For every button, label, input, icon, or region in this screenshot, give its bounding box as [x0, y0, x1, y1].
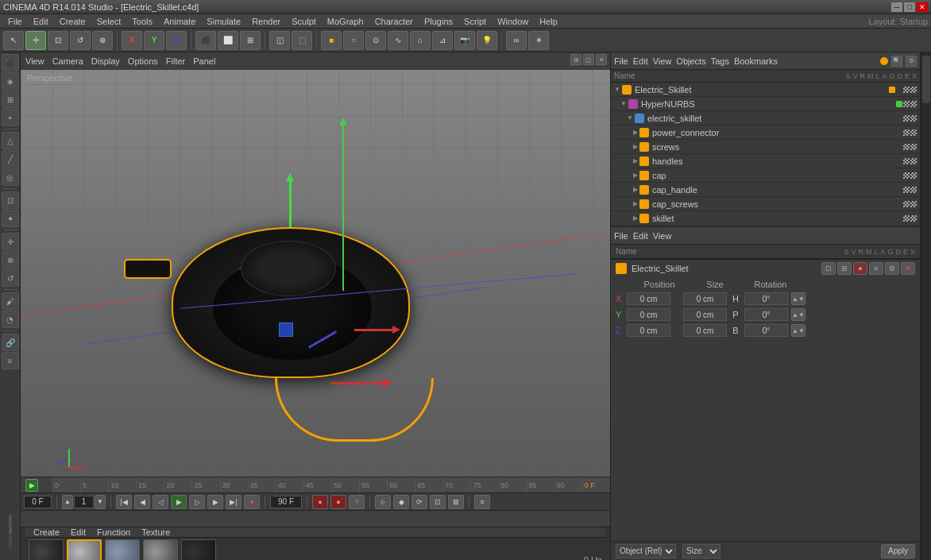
viewport-icon-1[interactable]: ⊞ — [570, 54, 581, 65]
tool-frame[interactable]: ⬜ — [218, 31, 238, 50]
close-button[interactable]: ✕ — [917, 2, 928, 12]
obj-menu-objects[interactable]: Objects — [676, 56, 705, 66]
tool-cube[interactable]: ■ — [321, 31, 342, 50]
tool-deformer[interactable]: ⊿ — [432, 31, 453, 50]
timeline-btn[interactable]: ≡ — [474, 495, 490, 509]
step-down[interactable]: ▼ — [95, 495, 106, 509]
mat-menu-function[interactable]: Function — [92, 527, 135, 537]
size-y-input[interactable] — [683, 308, 727, 321]
scroll-handle[interactable] — [922, 56, 930, 103]
attr-menu-file[interactable]: File — [614, 231, 628, 241]
obj-menu-file[interactable]: File — [614, 56, 628, 66]
pos-y-input[interactable] — [627, 308, 670, 321]
sel-action-2[interactable]: ⊞ — [837, 262, 852, 275]
lt-snapping[interactable]: 🔗 — [2, 334, 19, 351]
coord-system-select[interactable]: Object (Rel) World Local — [616, 544, 676, 558]
sel-action-3[interactable]: ≡ — [869, 262, 883, 275]
menu-select[interactable]: Select — [92, 14, 126, 29]
tool-v1[interactable]: ◫ — [269, 31, 290, 50]
menu-tools[interactable]: Tools — [127, 14, 157, 29]
material-plastic-black[interactable]: plastic_bla — [29, 539, 64, 560]
pos-z-input[interactable] — [627, 324, 670, 337]
vp-menu-options[interactable]: Options — [128, 56, 158, 66]
size-mode-select[interactable]: Size Scale — [682, 544, 720, 558]
lt-model-mode[interactable]: ⬛ — [2, 54, 19, 71]
tool-light[interactable]: 💡 — [477, 31, 497, 50]
obj-electric-skillet-child[interactable]: ▼ electric_skillet — [611, 111, 920, 126]
vp-menu-filter[interactable]: Filter — [166, 56, 185, 66]
lt-vertex-mode[interactable]: • — [2, 109, 19, 126]
tool-region[interactable]: ⊞ — [240, 31, 261, 50]
tool-v2[interactable]: ⬚ — [292, 31, 312, 50]
material-glass[interactable]: glass — [105, 539, 140, 560]
timeline-track[interactable] — [21, 511, 610, 527]
motion-btn-2[interactable]: ● — [330, 495, 346, 509]
next-key-btn[interactable]: ▷ — [189, 495, 205, 509]
rot-b-input[interactable] — [744, 324, 788, 337]
obj-skillet[interactable]: ▶ skillet — [611, 211, 920, 226]
lt-move[interactable]: ✛ — [2, 233, 19, 250]
menu-edit[interactable]: Edit — [29, 14, 53, 29]
material-plastic-blade[interactable]: plastic_bla — [181, 539, 216, 560]
obj-search-icon[interactable]: 🔍 — [891, 56, 902, 67]
menu-mograph[interactable]: MoGraph — [323, 14, 369, 29]
loop-btn[interactable]: ⟳ — [411, 495, 427, 509]
timeline-ruler[interactable]: ▶ 0 5 10 15 20 25 30 35 40 45 50 55 60 6… — [21, 477, 610, 493]
tool-nurbs[interactable]: ⌂ — [410, 31, 431, 50]
vp-menu-display[interactable]: Display — [91, 56, 120, 66]
menu-file[interactable]: File — [3, 14, 27, 29]
rot-p-input[interactable] — [744, 308, 788, 321]
size-x-input[interactable] — [683, 292, 727, 305]
tool-cylinder[interactable]: ⊙ — [365, 31, 386, 50]
axis-z-btn[interactable]: Z — [166, 31, 187, 50]
obj-power-connector[interactable]: ▶ power_connector — [611, 126, 920, 140]
step-input[interactable]: ▲ — [62, 495, 73, 509]
obj-cap[interactable]: ▶ cap — [611, 168, 920, 183]
viewport-3d[interactable]: View Camera Display Options Filter Panel… — [21, 52, 610, 477]
lt-texture-mode[interactable]: ⊞ — [2, 91, 19, 108]
obj-arrow-skillet[interactable]: ▼ — [614, 86, 620, 93]
apply-button[interactable]: Apply — [881, 544, 915, 558]
menu-script[interactable]: Script — [459, 14, 491, 29]
tool-lamp[interactable]: ☀ — [528, 31, 549, 50]
prev-key-btn[interactable]: ◁ — [153, 495, 168, 509]
motion-btn-1[interactable]: ● — [312, 495, 328, 509]
attr-menu-edit[interactable]: Edit — [633, 231, 648, 241]
lt-polygon-mode[interactable]: △ — [2, 132, 19, 149]
obj-screws[interactable]: ▶ screws — [611, 140, 920, 154]
end-frame-input[interactable] — [270, 496, 302, 508]
obj-cap-screws[interactable]: ▶ cap_screws — [611, 197, 920, 211]
axis-y-btn[interactable]: Y — [144, 31, 164, 50]
tool-move[interactable]: ✛ — [25, 31, 46, 50]
sel-action-x[interactable]: ✕ — [901, 262, 915, 275]
vp-menu-view[interactable]: View — [25, 56, 44, 66]
path-btn[interactable]: ⊡ — [430, 495, 446, 509]
obj-power-cable[interactable]: ▶ power_cable — [611, 226, 920, 226]
menu-simulate[interactable]: Simulate — [202, 14, 245, 29]
tool-sphere[interactable]: ○ — [343, 31, 364, 50]
sel-action-4[interactable]: ⚙ — [885, 262, 899, 275]
mat-menu-create[interactable]: Create — [29, 527, 64, 537]
size-z-input[interactable] — [683, 324, 727, 337]
goto-end-btn[interactable]: ▶| — [226, 495, 241, 509]
obj-hypernurbs[interactable]: ▼ HyperNURBS — [611, 97, 920, 111]
snap-btn[interactable]: ⊹ — [375, 495, 391, 509]
obj-menu-tags[interactable]: Tags — [711, 56, 729, 66]
menu-animate[interactable]: Animate — [159, 14, 200, 29]
lt-sculpt[interactable]: ◔ — [2, 311, 19, 328]
sel-action-1[interactable]: ⊡ — [821, 262, 836, 275]
next-frame-btn[interactable]: ▶ — [207, 495, 223, 509]
key-btn[interactable]: ◆ — [393, 495, 409, 509]
viewport-icon-3[interactable]: ✕ — [596, 54, 607, 65]
mat-menu-edit[interactable]: Edit — [66, 527, 91, 537]
attr-x-arrow[interactable]: ▲▼ — [791, 292, 805, 305]
mat-menu-texture[interactable]: Texture — [137, 527, 175, 537]
record-btn[interactable]: ● — [244, 495, 260, 509]
prev-frame-btn[interactable]: ◀ — [134, 495, 150, 509]
lt-uv-mode[interactable]: ⊡ — [2, 191, 19, 209]
obj-arrow-pc[interactable]: ▶ — [633, 129, 638, 136]
tool-transform[interactable]: ⊕ — [92, 31, 113, 50]
lt-rotate2[interactable]: ↺ — [2, 269, 19, 287]
menu-render[interactable]: Render — [247, 14, 285, 29]
obj-menu-view[interactable]: View — [653, 56, 672, 66]
